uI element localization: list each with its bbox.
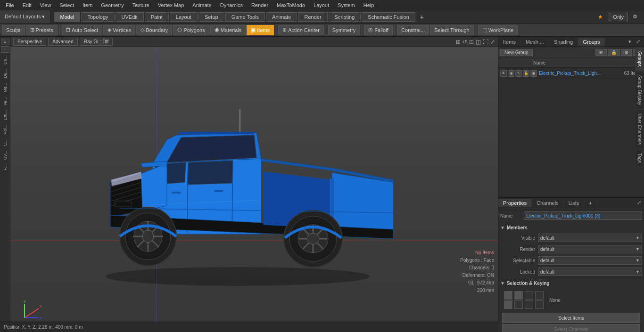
viewport-icon-4[interactable]: ◫ (476, 39, 481, 45)
presets-button[interactable]: ⊞ Presets (26, 25, 58, 35)
tab-game-tools[interactable]: Game Tools (225, 12, 265, 22)
vertical-tab-group-display[interactable]: Group Display (635, 71, 644, 109)
menu-edit[interactable]: Edit (19, 1, 35, 9)
groups-tab-select[interactable]: ▾ (627, 38, 633, 46)
sidebar-label-ve[interactable]: Ve... (3, 95, 8, 107)
viewport-icon-3[interactable]: ⊡ (469, 39, 474, 45)
viewport[interactable]: Perspective Advanced Ray GL: Off ⊞ ↺ ⊡ ◫… (10, 37, 498, 322)
selection-keying-header[interactable]: ▼ Selection & Keying (500, 279, 642, 287)
select-icon[interactable]: ↖ (515, 70, 522, 77)
sidebar-label-em[interactable]: Em... (3, 108, 8, 122)
tab-layout[interactable]: Layout (170, 12, 198, 22)
menu-layout[interactable]: Layout (310, 1, 333, 9)
symmetry-button[interactable]: Symmetry (328, 25, 360, 35)
only-button[interactable]: Only (609, 13, 628, 21)
vertical-tab-tags[interactable]: Tags (635, 149, 644, 167)
auto-select-button[interactable]: ⊡ Auto Select (62, 25, 102, 35)
props-expand-btn[interactable]: ⤢ (634, 199, 644, 207)
menu-maxtomodo[interactable]: MaxToModo (273, 1, 309, 9)
menu-system[interactable]: System (334, 1, 359, 9)
menu-vertex-map[interactable]: Vertex Map (154, 1, 188, 9)
viewport-render-btn[interactable]: Ray GL: Off (80, 38, 113, 46)
tab-mesh[interactable]: Mesh ... (521, 38, 549, 46)
action-center-button[interactable]: ⊕ Action Center (278, 25, 324, 35)
menu-dynamics[interactable]: Dynamics (216, 1, 247, 9)
boundary-button[interactable]: ◇ Boundary (136, 25, 172, 35)
sidebar-label-c[interactable]: C... (3, 138, 8, 148)
visibility-icon[interactable]: 👁 (500, 70, 507, 77)
viewport-icon-5[interactable]: ⛶ (483, 39, 488, 45)
sidebar-top-btn[interactable]: ≡ (1, 39, 9, 45)
tab-schematic-fusion[interactable]: Schematic Fusion (362, 12, 415, 22)
menu-render[interactable]: Render (248, 1, 272, 9)
viewport-shading-btn[interactable]: Advanced (48, 38, 77, 46)
new-group-button[interactable]: New Group (500, 49, 533, 56)
locked-dropdown[interactable]: default ▼ (538, 267, 642, 276)
group-lock-btn[interactable]: 🔒 (608, 49, 620, 56)
members-header[interactable]: ▼ Members (500, 223, 642, 232)
sidebar-label-de[interactable]: De... (3, 54, 8, 66)
tab-uvedit[interactable]: UVEdit (116, 12, 144, 22)
sidebar-label-uv[interactable]: UV... (3, 149, 8, 162)
add-tab-button[interactable]: + (416, 12, 428, 22)
menu-select[interactable]: Select (56, 1, 78, 9)
selectable-dropdown[interactable]: default ▼ (538, 256, 642, 265)
tab-scripting[interactable]: Scripting (329, 12, 361, 22)
falloff-button[interactable]: ◎ Falloff (364, 25, 393, 35)
render-icon[interactable]: ◉ (508, 70, 514, 77)
props-name-input[interactable] (524, 211, 642, 220)
props-tab-properties[interactable]: Properties (498, 199, 532, 207)
tab-items[interactable]: Items (498, 38, 521, 46)
scene-background[interactable]: No Items Polygons : Face Channels: 0 Def… (10, 47, 498, 322)
tab-model[interactable]: Model (54, 12, 81, 22)
menu-file[interactable]: File (2, 1, 18, 9)
menu-texture[interactable]: Texture (129, 1, 153, 9)
vertical-tab-user-channels[interactable]: User Channels (635, 109, 644, 149)
group-eye-btn[interactable]: 👁 (595, 49, 607, 56)
select-through-button[interactable]: Select Through (430, 25, 473, 35)
menu-help[interactable]: Help (360, 1, 378, 9)
sidebar-label-pol[interactable]: Pol... (3, 123, 8, 137)
constrain-button[interactable]: Constrai... (397, 25, 429, 35)
group-settings-btn[interactable]: ⚙ (621, 49, 632, 56)
tab-groups[interactable]: Groups (578, 38, 605, 46)
sidebar-label-du[interactable]: Du... (3, 67, 8, 80)
settings-button[interactable]: ⚙ (630, 13, 640, 21)
polygons-button[interactable]: ⬡ Polygons (173, 25, 209, 35)
tab-render[interactable]: Render (298, 12, 327, 22)
viewport-expand-icon[interactable]: ⤢ (490, 39, 495, 45)
items-button[interactable]: ▣ Items (247, 25, 274, 35)
menu-geometry[interactable]: Geometry (97, 1, 127, 9)
render-dropdown[interactable]: default ▼ (538, 245, 642, 253)
sculpt-button[interactable]: Sculpt (2, 25, 25, 35)
viewport-icon-2[interactable]: ↺ (462, 39, 467, 45)
tab-paint[interactable]: Paint (145, 12, 169, 22)
visible-dropdown[interactable]: default ▼ (538, 234, 642, 242)
select-items-button[interactable]: Select Items (502, 313, 640, 323)
menu-item[interactable]: Item (79, 1, 96, 9)
groups-item-row[interactable]: 👁 ◉ ↖ 🔒 ▣ Electric_Pickup_Truck_Ligh... … (498, 68, 644, 79)
sidebar-dot-btn[interactable]: · (1, 46, 9, 53)
lock-icon[interactable]: 🔒 (523, 70, 529, 77)
props-tab-lists[interactable]: Lists (564, 199, 585, 207)
tab-setup[interactable]: Setup (198, 12, 224, 22)
viewport-mode-btn[interactable]: Perspective (13, 38, 46, 46)
menu-animate[interactable]: Animate (189, 1, 215, 9)
select-channels-button[interactable]: Select Channels (502, 324, 640, 332)
vertices-button[interactable]: ◈ Vertices (103, 25, 135, 35)
tab-topology[interactable]: Topology (81, 12, 114, 22)
viewport-icon-1[interactable]: ⊞ (456, 39, 461, 45)
tab-shading[interactable]: Shading (549, 38, 578, 46)
sidebar-label-me[interactable]: Me... (3, 81, 8, 94)
props-tab-channels[interactable]: Channels (532, 199, 563, 207)
sidebar-label-f[interactable]: F... (3, 162, 8, 172)
tab-animate[interactable]: Animate (266, 12, 297, 22)
layout-dropdown[interactable]: Default Layouts ▾ (0, 10, 50, 23)
vertical-tab-groups[interactable]: Groups (635, 47, 644, 71)
groups-expand-btn[interactable]: ⤢ (633, 38, 643, 46)
props-tab-add[interactable]: + (584, 199, 597, 207)
materials-button[interactable]: ◉ Materials (210, 25, 246, 35)
workplane-button[interactable]: ⬚ WorkPlane (478, 25, 518, 35)
star-button[interactable]: ★ (594, 13, 607, 21)
menu-view[interactable]: View (36, 1, 55, 9)
